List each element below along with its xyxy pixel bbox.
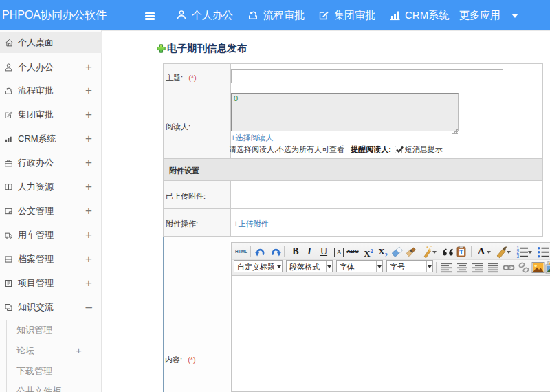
svg-text:T: T — [459, 249, 463, 256]
svg-text:3: 3 — [517, 254, 520, 259]
